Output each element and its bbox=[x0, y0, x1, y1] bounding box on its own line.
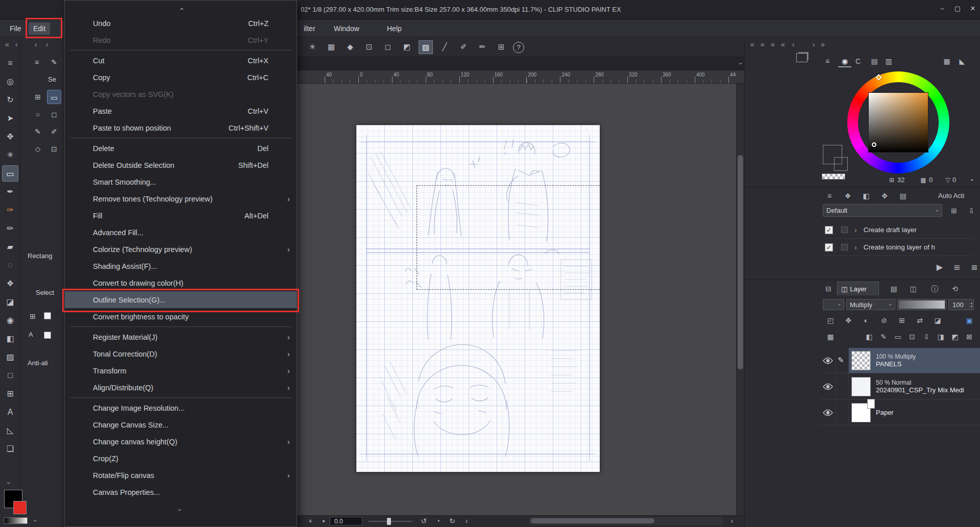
decoration-tool-icon[interactable]: ❖ bbox=[2, 275, 18, 292]
dock-collapse-icon[interactable]: « bbox=[779, 40, 787, 48]
lock-transparent-pixels-icon[interactable]: ⊞ bbox=[895, 314, 909, 327]
action-output-box[interactable] bbox=[841, 244, 848, 250]
tools-scroll-down-icon[interactable]: › bbox=[5, 479, 14, 487]
canvas-vertical-scrollbar[interactable] bbox=[736, 84, 744, 515]
horizontal-scrollbar-thumb[interactable] bbox=[531, 518, 654, 523]
move-layer-icon[interactable]: ✥ bbox=[842, 314, 855, 327]
action-checkbox[interactable]: ✓ bbox=[825, 243, 833, 252]
help-icon[interactable]: ? bbox=[513, 42, 524, 53]
collapse-left-panel-icon[interactable]: ‹ bbox=[12, 40, 20, 48]
menubar-item-window[interactable]: Window bbox=[329, 22, 364, 35]
menu-item-convert-to-drawing-color-h[interactable]: Convert to drawing color(H) bbox=[65, 274, 297, 291]
menu-item-change-image-resolution[interactable]: Change Image Resolution... bbox=[65, 399, 297, 416]
auto-action-tab-label[interactable]: Auto Acti bbox=[938, 192, 979, 199]
subtool-rect-marquee-icon[interactable]: ▭ bbox=[47, 90, 61, 104]
selection-new-icon[interactable]: ◻ bbox=[381, 40, 395, 54]
menu-item-cut[interactable]: CutCtrl+X bbox=[65, 52, 297, 69]
airbrush-tool-icon[interactable]: ◌ bbox=[2, 257, 18, 273]
lock-layer-icon[interactable]: ⊘ bbox=[877, 314, 891, 327]
layer-opacity-field[interactable]: 100 ▴▾ bbox=[948, 299, 974, 310]
add-action-icon[interactable]: ⊞ bbox=[950, 261, 964, 273]
crop-marks-icon[interactable]: ⊡ bbox=[362, 40, 376, 54]
menubar-item-edit[interactable]: Edit bbox=[29, 22, 50, 35]
move-tool-icon[interactable]: ✥ bbox=[2, 129, 18, 145]
tool-property-scroll-down-icon[interactable]: › bbox=[32, 517, 40, 525]
auto-action-preset-select[interactable]: Default › bbox=[823, 204, 942, 217]
pencil-line-icon[interactable]: ✏ bbox=[475, 40, 489, 54]
tool-menu-icon[interactable]: ≡ bbox=[2, 55, 18, 71]
color-mixer-tab-icon[interactable]: ◣ bbox=[955, 55, 969, 67]
swatches-tab-icon[interactable]: ≡ bbox=[823, 190, 836, 202]
menu-item-shading-assist-f[interactable]: Shading Assist(F)... bbox=[65, 258, 297, 274]
zoom-in-icon[interactable]: + bbox=[305, 516, 315, 526]
figure-tool-icon[interactable]: □ bbox=[2, 367, 18, 384]
balloon-tool-icon[interactable]: ❏ bbox=[2, 441, 18, 457]
collapse-left-panel-icon[interactable]: « bbox=[3, 40, 11, 48]
menu-item-transform[interactable]: Transform› bbox=[65, 362, 297, 379]
color-slider-tab-icon[interactable]: ▥ bbox=[882, 55, 895, 67]
subtool-erase-selection-icon[interactable]: ◇ bbox=[31, 142, 45, 156]
color-history-tab-icon[interactable]: ▦ bbox=[940, 55, 953, 67]
zoom-slider[interactable] bbox=[369, 521, 412, 522]
selection-tool-icon[interactable]: ▭ bbox=[2, 165, 18, 182]
layer-row[interactable]: 50 % Normal20240901_CSP_Try Mix Medi bbox=[820, 374, 980, 399]
menu-item-outline-selection-g[interactable]: Outline Selection(G)... bbox=[65, 291, 297, 308]
delete-action-icon[interactable]: ⊠ bbox=[968, 261, 980, 273]
layer-main[interactable]: Paper bbox=[849, 400, 980, 425]
subtool-polyline-icon[interactable]: ✎ bbox=[31, 124, 45, 139]
menu-item-fill[interactable]: FillAlt+Del bbox=[65, 207, 297, 224]
snap-to-grid-icon[interactable]: ◆ bbox=[343, 40, 357, 54]
subtool-selection-pen-icon[interactable]: ✐ bbox=[47, 124, 61, 139]
dock-expand-icon[interactable]: › bbox=[810, 40, 818, 48]
menu-scroll-up[interactable]: › bbox=[65, 2, 297, 15]
menu-item-align-distribute-q[interactable]: Align/Distribute(Q)› bbox=[65, 379, 297, 396]
menu-item-crop-z[interactable]: Crop(Z) bbox=[65, 450, 297, 467]
menu-item-colorize-technology-preview[interactable]: Colorize (Technology preview)› bbox=[65, 241, 297, 258]
menu-item-advanced-fill[interactable]: Advanced Fill... bbox=[65, 224, 297, 241]
eyedropper-tool-icon[interactable]: ✒ bbox=[2, 184, 18, 200]
new-vector-layer-icon[interactable]: ✎ bbox=[877, 331, 890, 343]
color-tab-label[interactable]: C bbox=[851, 55, 865, 67]
auto-action-row[interactable]: ✓›Create toning layer of h bbox=[823, 239, 974, 256]
menu-item-copy-vectors-as-svg-k[interactable]: Copy vectors as SVG(K) bbox=[65, 86, 297, 103]
rotate-right-icon[interactable]: ↻ bbox=[447, 516, 457, 526]
intermediate-color-tab-icon[interactable]: ◧ bbox=[860, 190, 873, 202]
auto-action-row[interactable]: ✓›Create draft layer bbox=[823, 221, 974, 239]
layer-panel-menu-icon[interactable]: ⊟ bbox=[822, 283, 835, 295]
layer-property-tab-icon[interactable]: ▤ bbox=[887, 283, 900, 295]
subview-panel-icon[interactable] bbox=[796, 53, 807, 62]
tool-property-menu-icon[interactable]: ≡ bbox=[30, 55, 44, 69]
layer-main[interactable]: 50 % Normal20240901_CSP_Try Mix Medi bbox=[849, 374, 980, 399]
tool-property-edit-icon[interactable]: ✎ bbox=[47, 55, 61, 69]
pencil-tool-icon[interactable]: ✏ bbox=[2, 220, 18, 237]
dock-collapse-icon[interactable]: ‹ bbox=[789, 40, 797, 48]
menu-item-canvas-properties[interactable]: Canvas Properties... bbox=[65, 484, 297, 500]
dock-collapse-icon[interactable]: « bbox=[758, 40, 767, 48]
eraser-tool-icon[interactable]: ◪ bbox=[2, 294, 18, 310]
rotate-canvas-tool-icon[interactable]: ↻ bbox=[2, 92, 18, 108]
zoom-slider-handle[interactable] bbox=[387, 518, 391, 525]
dock-sub-color-swatch[interactable] bbox=[834, 157, 848, 171]
snap-to-ruler-icon[interactable]: ✳ bbox=[305, 40, 320, 54]
property-checkbox[interactable] bbox=[44, 312, 51, 319]
operation-tool-icon[interactable]: ➤ bbox=[2, 110, 18, 127]
layer-view-icon[interactable]: ▦ bbox=[824, 331, 837, 343]
spinner-icons[interactable]: ▴▾ bbox=[970, 301, 973, 308]
zoom-tool-icon[interactable]: ◎ bbox=[2, 73, 18, 90]
action-expand-icon[interactable]: › bbox=[854, 226, 857, 234]
menu-item-copy[interactable]: CopyCtrl+C bbox=[65, 69, 297, 86]
saturation-value-marker[interactable] bbox=[872, 142, 876, 147]
new-action-set-icon[interactable]: ⊞ bbox=[947, 205, 961, 217]
enable-mask-icon[interactable]: ⇄ bbox=[913, 314, 926, 327]
menu-item-change-canvas-height-q[interactable]: Change canvas height(Q)› bbox=[65, 433, 297, 450]
color-gradient-bar[interactable] bbox=[4, 517, 28, 524]
property-checkbox[interactable] bbox=[44, 332, 51, 339]
layer-visibility-icon[interactable] bbox=[823, 409, 834, 417]
menu-item-tonal-correction-d[interactable]: Tonal Correction(D)› bbox=[65, 345, 297, 362]
canvas-rotation-input[interactable] bbox=[330, 517, 362, 525]
saturation-value-square[interactable] bbox=[868, 92, 928, 153]
gradient-tool-icon[interactable]: ▨ bbox=[2, 349, 18, 365]
canvas-viewport[interactable] bbox=[297, 84, 736, 515]
fill-tool-icon[interactable]: ◧ bbox=[2, 331, 18, 347]
layer-info-tab-icon[interactable]: ⓘ bbox=[928, 283, 941, 295]
